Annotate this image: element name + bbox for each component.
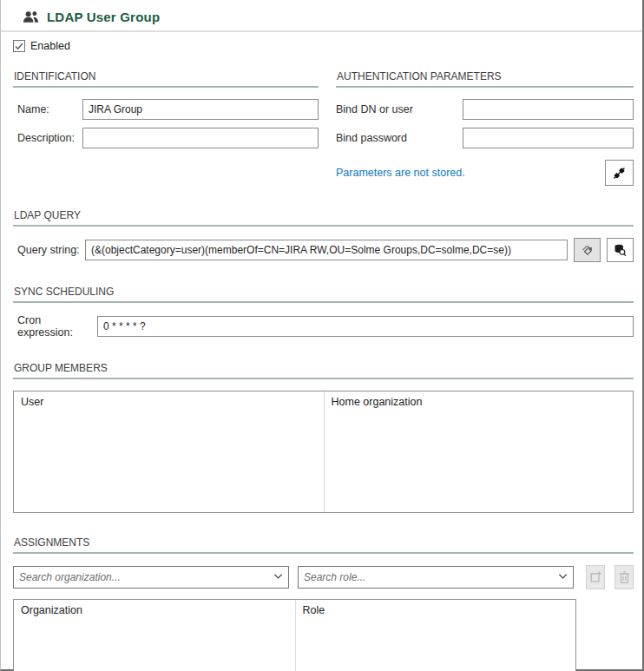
bind-dn-input[interactable] (463, 99, 634, 120)
delete-assignment-button[interactable] (614, 565, 634, 589)
group-members-section: GROUP MEMBERS User Home organization (13, 362, 634, 513)
checkbox-box[interactable] (13, 40, 25, 52)
query-test-button[interactable] (607, 238, 634, 262)
auth-note-row: Parameters are not stored. (336, 160, 634, 186)
identification-title: IDENTIFICATION (13, 70, 319, 88)
assignments-toolbar (13, 565, 634, 589)
organization-combobox[interactable] (13, 566, 289, 589)
bind-password-row: Bind password (336, 128, 634, 148)
bind-dn-row: Bind DN or user (336, 99, 634, 120)
add-assignment-button[interactable] (586, 565, 605, 589)
form-content: Enabled IDENTIFICATION Name: Description… (1, 40, 642, 671)
query-tags-button[interactable] (574, 238, 601, 262)
add-item-icon (588, 570, 602, 584)
search-organization-input[interactable] (13, 566, 289, 589)
query-row: Query string: (13, 238, 634, 262)
name-input[interactable] (82, 99, 319, 120)
ldap-user-group-panel: LDAP User Group Enabled IDENTIFICATION N… (0, 0, 644, 671)
enabled-label: Enabled (30, 40, 70, 52)
assignments-column-organization: Organization (14, 600, 295, 671)
members-column-user: User (14, 391, 324, 512)
search-role-input[interactable] (298, 566, 574, 589)
description-input[interactable] (82, 128, 319, 148)
database-search-icon (613, 243, 628, 258)
ldap-query-section: LDAP QUERY Query string: (13, 209, 634, 262)
bind-dn-label: Bind DN or user (336, 103, 463, 115)
group-members-title: GROUP MEMBERS (13, 362, 634, 379)
plug-connector-icon (612, 166, 627, 181)
ldap-query-title: LDAP QUERY (13, 209, 634, 227)
group-members-table[interactable]: User Home organization (13, 391, 634, 513)
bind-password-input[interactable] (463, 128, 634, 148)
parameters-note: Parameters are not stored. (336, 167, 465, 179)
query-input[interactable] (85, 240, 568, 260)
columns-area: IDENTIFICATION Name: Description: AUTHEN… (13, 70, 634, 186)
cron-row: Cron expression: (13, 314, 634, 339)
header-divider (1, 30, 642, 32)
description-row: Description: (13, 128, 319, 148)
users-icon (23, 10, 39, 24)
name-label: Name: (13, 103, 82, 115)
authentication-section: AUTHENTICATION PARAMETERS Bind DN or use… (336, 70, 634, 186)
panel-header: LDAP User Group (1, 0, 642, 30)
query-label: Query string: (13, 244, 85, 256)
sync-scheduling-title: SYNC SCHEDULING (13, 286, 634, 303)
assignments-table[interactable]: Organization Role (13, 599, 576, 671)
identification-section: IDENTIFICATION Name: Description: (13, 70, 319, 186)
authentication-title: AUTHENTICATION PARAMETERS (336, 70, 634, 88)
enabled-checkbox[interactable]: Enabled (13, 40, 634, 52)
description-label: Description: (13, 132, 82, 144)
test-connection-button[interactable] (605, 160, 634, 186)
name-row: Name: (13, 99, 319, 120)
assignments-title: ASSIGNMENTS (13, 536, 634, 554)
assignments-column-role: Role (295, 600, 576, 671)
page-title: LDAP User Group (47, 10, 160, 24)
cron-input[interactable] (97, 316, 634, 337)
sync-scheduling-section: SYNC SCHEDULING Cron expression: (13, 286, 634, 339)
assignments-section: ASSIGNMENTS (13, 536, 634, 671)
tags-icon (580, 243, 595, 258)
members-column-home-organization: Home organization (324, 391, 634, 512)
trash-icon (618, 570, 631, 584)
bind-password-label: Bind password (336, 132, 463, 144)
checkmark-icon (15, 43, 23, 50)
role-combobox[interactable] (298, 566, 574, 589)
cron-label: Cron expression: (13, 314, 97, 339)
